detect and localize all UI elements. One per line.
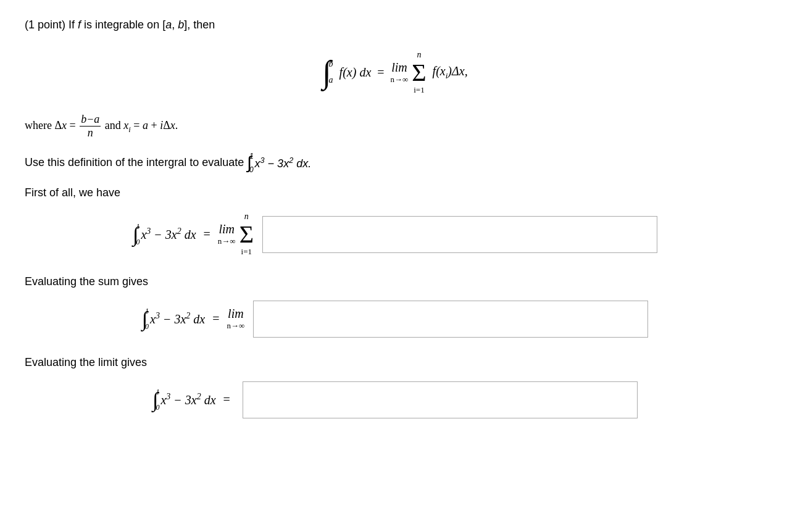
fx-dx: f(x) dx	[339, 65, 372, 80]
lim-arrow-3: n→∞	[227, 321, 245, 331]
fraction-numerator: b−a	[80, 113, 101, 127]
upper-bound-b: b	[329, 59, 333, 69]
sigma-symbol-1: Σ	[412, 60, 426, 85]
lim-arrow-2: n→∞	[218, 236, 236, 246]
integral-lhs-1: ∫ 1 0 x3 − 3x2 dx	[133, 222, 196, 247]
integral-lhs-2: ∫ 1 0 x3 − 3x2 dx	[142, 307, 206, 331]
page-content: (1 point) If f is integrable on [a, b], …	[25, 19, 765, 418]
second-answer-display: ∫ 1 0 x3 − 3x2 dx = lim n→∞	[25, 301, 765, 338]
equals-sign-1: =	[377, 65, 384, 80]
answer-box-2[interactable]	[253, 301, 648, 338]
lim-block-1: lim n→∞	[391, 60, 409, 85]
equals-sign-2: =	[204, 227, 210, 241]
definition-text: Use this definition of the intergral to …	[25, 156, 247, 168]
lim-arrow-1: n→∞	[391, 75, 409, 85]
problem-header: (1 point) If f is integrable on [a, b], …	[25, 19, 765, 31]
sigma-symbol-2: Σ	[239, 222, 254, 247]
sigma-block-2: n Σ i=1	[239, 212, 254, 256]
definition-line: Use this definition of the intergral to …	[25, 152, 765, 174]
lower-bound-a: a	[329, 75, 333, 85]
answer-box-3[interactable]	[243, 381, 638, 418]
header-text: (1 point) If f is integrable on [a, b], …	[25, 19, 215, 31]
fraction-b-a-over-n: b−a n	[80, 113, 101, 139]
sigma-lower-i1: i=1	[414, 85, 424, 95]
evaluating-sum-line: Evaluating the sum gives	[25, 275, 765, 288]
first-answer-display: ∫ 1 0 x3 − 3x2 dx = lim n→∞ n Σ i=1	[25, 212, 765, 256]
fxi-deltax: f(xi)Δx,	[433, 64, 468, 81]
integral-lhs-3: ∫ 1 0 x3 − 3x2 dx	[152, 388, 216, 412]
first-of-all-line: First of all, we have	[25, 186, 765, 199]
where-text: where Δx =	[25, 119, 78, 131]
main-integral-display: ∫ b a f(x) dx = lim n→∞ n Σ i=1 f(xi)Δx,	[25, 50, 765, 94]
equals-sign-3: =	[212, 312, 219, 326]
where-line: where Δx = b−a n and xi = a + iΔx.	[25, 113, 765, 139]
and-text: and xi = a + iΔx.	[105, 119, 178, 131]
inline-integral: ∫ 1 0 x3 − 3x2 dx.	[247, 156, 311, 168]
fraction-denominator: n	[86, 127, 94, 139]
third-answer-display: ∫ 1 0 x3 − 3x2 dx =	[25, 381, 765, 418]
evaluating-limit-text: Evaluating the limit gives	[25, 356, 147, 368]
equals-sign-4: =	[223, 393, 230, 407]
lim-word-1: lim	[391, 60, 407, 75]
lim-block-3: lim n→∞	[227, 307, 245, 331]
integral-symbol-main: ∫ b a	[322, 56, 333, 88]
lim-word-3: lim	[228, 307, 244, 321]
lim-word-2: lim	[219, 222, 235, 236]
sigma-block-1: n Σ i=1	[412, 50, 426, 94]
lim-block-2: lim n→∞	[218, 222, 236, 246]
evaluating-sum-text: Evaluating the sum gives	[25, 275, 148, 288]
answer-box-1[interactable]	[262, 216, 657, 253]
evaluating-limit-line: Evaluating the limit gives	[25, 356, 765, 369]
first-of-all-text: First of all, we have	[25, 186, 120, 199]
sigma-lower-i1-2: i=1	[241, 247, 252, 257]
